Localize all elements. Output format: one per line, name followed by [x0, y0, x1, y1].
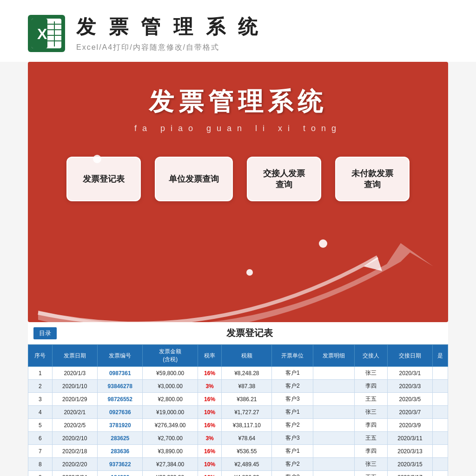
col-header-date: 发票日期	[52, 345, 97, 367]
table-cell: 3781920	[98, 419, 143, 432]
main-panel: 发票管理系统 fa piao guan li xi tong 发票登记表 单位发…	[28, 62, 448, 322]
table-cell	[433, 406, 448, 419]
app-subtitle: Excel/A4打印/内容随意修改/自带格式	[76, 43, 261, 53]
table-cell	[313, 458, 355, 471]
table-cell: 2020/2/10	[52, 432, 97, 445]
table-cell: ¥1,727.27	[222, 406, 272, 419]
invoice-table: 序号 发票日期 发票编号 发票金额(含税) 税率 税额 开票单位 发票明细 交接…	[28, 344, 448, 476]
table-cell: 9	[28, 471, 53, 476]
table-cell: 2020/2/18	[52, 445, 97, 458]
table-row: 72020/2/18283636¥3,890.0016%¥536.55客户1李四…	[28, 445, 448, 458]
table-cell: 李四	[355, 419, 387, 432]
table-cell	[313, 406, 355, 419]
table-cell: 2020/3/15	[387, 458, 432, 471]
table-cell: 2020/1/3	[52, 367, 97, 380]
table-cell: 客户2	[272, 458, 313, 471]
table-main-title: 发票登记表	[57, 327, 443, 339]
table-cell: 2020/2/1	[52, 406, 97, 419]
table-cell: 0987361	[98, 367, 143, 380]
table-cell	[433, 432, 448, 445]
table-cell	[433, 458, 448, 471]
table-cell: 16%	[198, 393, 222, 406]
table-cell: 3%	[198, 432, 222, 445]
table-row: 42020/2/10927636¥19,000.0010%¥1,727.27客户…	[28, 406, 448, 419]
table-cell: ¥3,890.00	[143, 445, 198, 458]
table-cell: 283636	[98, 445, 143, 458]
table-cell	[433, 380, 448, 393]
table-cell: ¥78.64	[222, 432, 272, 445]
table-header-row: 序号 发票日期 发票编号 发票金额(含税) 税率 税额 开票单位 发票明细 交接…	[28, 345, 448, 367]
table-cell: 0927636	[98, 406, 143, 419]
btn-unpaid-invoice-query[interactable]: 未付款发票 查询	[335, 157, 410, 201]
table-cell: 客户3	[272, 432, 313, 445]
table-header-bar: 目录 发票登记表	[28, 322, 448, 344]
table-cell: 2020/3/13	[387, 445, 432, 458]
table-cell: ¥2,489.45	[222, 458, 272, 471]
table-cell: 客户3	[272, 471, 313, 476]
btn-unit-invoice-query[interactable]: 单位发票查询	[155, 157, 233, 201]
table-cell: 184336	[98, 471, 143, 476]
table-cell: ¥32,333.00	[143, 471, 198, 476]
table-cell: 2020/3/1	[387, 367, 432, 380]
table-row: 22020/1/1093846278¥3,000.003%¥87.38客户2李四…	[28, 380, 448, 393]
table-cell	[313, 445, 355, 458]
table-cell: ¥27,384.00	[143, 458, 198, 471]
table-cell: 2020/2/5	[52, 419, 97, 432]
table-cell	[313, 393, 355, 406]
table-cell: 李四	[355, 445, 387, 458]
table-cell: 283625	[98, 432, 143, 445]
table-section: 目录 发票登记表 序号 发票日期 发票编号 发票金额(含税) 税率 税额 开票单…	[28, 322, 448, 476]
table-cell: 2	[28, 380, 53, 393]
btn-handover-invoice-query[interactable]: 交接人发票 查询	[247, 157, 321, 201]
table-cell: 客户2	[272, 380, 313, 393]
table-cell: ¥536.55	[222, 445, 272, 458]
table-cell: 98726552	[98, 393, 143, 406]
col-header-no: 发票编号	[98, 345, 143, 367]
col-header-tax: 税额	[222, 345, 272, 367]
page-header: X 发 票 管 理 系 统 Excel/A4打印/内容随意修改/自带格式	[0, 0, 476, 62]
table-cell: ¥8,248.28	[222, 367, 272, 380]
table-cell	[433, 419, 448, 432]
table-cell: 2020/3/3	[387, 380, 432, 393]
table-cell: 6	[28, 432, 53, 445]
table-cell: 10%	[198, 458, 222, 471]
table-cell: 93846278	[98, 380, 143, 393]
header-text: 发 票 管 理 系 统 Excel/A4打印/内容随意修改/自带格式	[76, 14, 261, 53]
table-cell: 张三	[355, 367, 387, 380]
arrow-decoration	[28, 229, 448, 322]
table-cell: 3%	[198, 380, 222, 393]
table-cell: ¥38,117.10	[222, 419, 272, 432]
table-cell: 4	[28, 406, 53, 419]
table-row: 92020/2/24184336¥32,333.0016%¥4,826.22客户…	[28, 471, 448, 476]
table-row: 12020/1/30987361¥59,800.0016%¥8,248.28客户…	[28, 367, 448, 380]
table-cell: 王五	[355, 393, 387, 406]
table-cell: 16%	[198, 367, 222, 380]
btn-invoice-register[interactable]: 发票登记表	[66, 157, 141, 201]
table-cell: 2020/3/7	[387, 406, 432, 419]
table-cell: 2020/2/20	[52, 458, 97, 471]
table-cell: 16%	[198, 471, 222, 476]
table-cell: 5	[28, 419, 53, 432]
table-row: 62020/2/10283625¥2,700.003%¥78.64客户3王五20…	[28, 432, 448, 445]
col-header-rate: 税率	[198, 345, 222, 367]
table-cell	[433, 367, 448, 380]
panel-pinyin: fa piao guan li xi tong	[46, 124, 430, 133]
app-title: 发 票 管 理 系 统	[76, 14, 261, 40]
table-cell: 7	[28, 445, 53, 458]
table-cell: 王五	[355, 471, 387, 476]
table-cell: 王五	[355, 432, 387, 445]
panel-title: 发票管理系统	[46, 85, 430, 119]
table-cell: ¥276,349.00	[143, 419, 198, 432]
table-cell	[433, 445, 448, 458]
table-cell: 客户1	[272, 367, 313, 380]
col-header-handdate: 交接日期	[387, 345, 432, 367]
table-cell: 1	[28, 367, 53, 380]
table-cell: 2020/2/24	[52, 471, 97, 476]
table-cell: 客户2	[272, 419, 313, 432]
col-header-status: 是	[433, 345, 448, 367]
toc-button[interactable]: 目录	[33, 327, 57, 339]
table-cell	[433, 393, 448, 406]
table-cell: 张三	[355, 406, 387, 419]
table-cell: 2020/3/11	[387, 432, 432, 445]
table-cell: ¥87.38	[222, 380, 272, 393]
